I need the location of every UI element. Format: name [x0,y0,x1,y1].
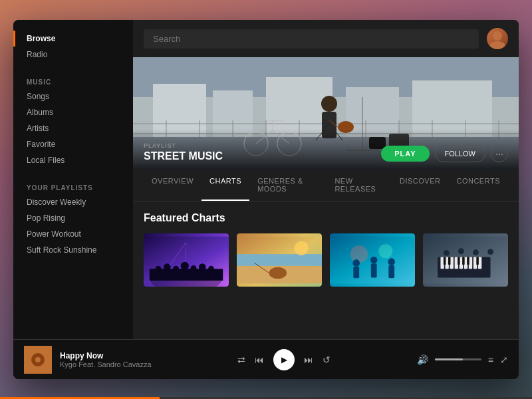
player-info: Happy Now Kygo Feat. Sandro Cavazza [60,351,152,368]
sidebar-item-albums[interactable]: Albums [13,104,133,120]
follow-button[interactable]: FOLLOW [435,145,485,162]
chart-image-3 [330,233,415,287]
main-content: PLAYLIST STREET MUSIC PLAY FOLLOW ··· OV… [133,20,519,339]
sidebar-music-label: MUSIC [13,73,133,88]
header [133,20,519,57]
tab-charts[interactable]: CHARTS [201,170,249,201]
svg-rect-66 [388,265,394,278]
svg-rect-64 [371,263,377,277]
search-input[interactable] [144,29,479,49]
svg-point-48 [181,262,189,270]
chart-card-1[interactable] [144,233,229,287]
svg-rect-79 [448,257,451,265]
prev-button[interactable]: ⏮ [255,354,264,365]
svg-point-47 [173,266,179,272]
svg-point-59 [350,245,368,263]
chart-image-2 [237,233,322,287]
volume-bar[interactable] [435,358,481,360]
sidebar-playlists-section: YOUR PLAYLISTS Discover Weekly Pop Risin… [13,179,133,258]
sidebar-item-discover-weekly[interactable]: Discover Weekly [13,194,133,210]
svg-rect-62 [353,267,359,279]
hero-section: PLAYLIST STREET MUSIC PLAY FOLLOW ··· [133,57,519,170]
svg-point-60 [378,244,392,258]
expand-button[interactable]: ⤢ [500,354,508,365]
sidebar-main-section: Browse Radio [13,31,133,63]
svg-point-65 [388,258,395,265]
player: Happy Now Kygo Feat. Sandro Cavazza ⇄ ⏮ … [13,339,519,379]
sidebar-item-local-files[interactable]: Local Files [13,152,133,168]
next-button[interactable]: ⏭ [304,354,313,365]
svg-point-50 [199,263,206,271]
svg-point-90 [35,357,41,362]
svg-rect-54 [237,254,322,266]
chart-card-3[interactable] [330,233,415,287]
player-artist-name: Kygo Feat. Sandro Cavazza [60,360,152,368]
svg-point-0 [493,31,502,41]
chart-card-4[interactable] [423,233,508,287]
sidebar-music-section: MUSIC Songs Albums Artists Favorite Loca… [13,73,133,168]
svg-point-86 [473,249,479,255]
chart-image-4 [423,233,508,287]
content-area: Featured Charts [133,201,519,339]
app-window: Browse Radio MUSIC Songs Albums Artists [13,20,519,379]
tab-overview[interactable]: OVERVIEW [144,170,201,201]
nav-tabs: OVERVIEW CHARTS GENERES & MOODS NEW RELE… [133,170,519,201]
queue-button[interactable]: ≡ [488,354,493,365]
more-button[interactable]: ··· [491,145,508,162]
sidebar-item-favorite[interactable]: Favorite [13,136,133,152]
sidebar-item-radio[interactable]: Radio [13,47,133,63]
tab-new-releases[interactable]: NEW RELEASES [327,170,392,201]
svg-point-84 [444,250,450,256]
svg-rect-80 [458,257,460,265]
play-pause-button[interactable]: ▶ [273,349,295,370]
svg-rect-81 [462,257,465,265]
svg-rect-82 [467,257,469,265]
player-album-art [24,346,52,374]
featured-charts-title: Featured Charts [144,212,508,224]
volume-icon: 🔊 [417,354,428,365]
svg-rect-78 [444,257,446,265]
svg-point-49 [191,265,197,271]
repeat-button[interactable]: ↺ [323,354,331,365]
svg-point-63 [370,257,378,264]
chart-image-1 [144,233,229,287]
player-song-title: Happy Now [60,351,152,360]
sidebar-item-soft-rock[interactable]: Suft Rock Sunshine [13,242,133,258]
sidebar: Browse Radio MUSIC Songs Albums Artists [13,20,133,339]
svg-point-55 [295,241,309,255]
sidebar-item-power-workout[interactable]: Power Workout [13,226,133,242]
sidebar-playlists-label: YOUR PLAYLISTS [13,179,133,194]
player-controls: ⇄ ⏮ ▶ ⏭ ↺ [160,349,409,370]
play-button[interactable]: PLAY [381,146,429,162]
svg-point-85 [458,248,464,254]
svg-point-1 [489,41,505,49]
tab-generes[interactable]: GENERES & MOODS [249,170,327,201]
app-body: Browse Radio MUSIC Songs Albums Artists [13,20,519,339]
svg-point-61 [352,259,360,267]
charts-grid [144,233,508,287]
svg-point-51 [208,266,214,272]
sidebar-item-browse[interactable]: Browse [13,31,133,47]
volume-fill [435,358,463,360]
sidebar-item-artists[interactable]: Artists [13,120,133,136]
sidebar-item-pop-rising[interactable]: Pop Rising [13,210,133,226]
chart-card-2[interactable] [237,233,322,287]
avatar[interactable] [487,28,508,49]
svg-point-56 [269,267,287,279]
player-extra-controls: ≡ ⤢ [488,354,508,365]
svg-point-29 [321,96,337,112]
tab-concerts[interactable]: CONCERTS [448,170,508,201]
svg-point-46 [164,263,171,271]
tab-discover[interactable]: DISCOVER [392,170,448,201]
sidebar-item-songs[interactable]: Songs [13,88,133,104]
svg-point-45 [156,266,162,272]
hero-actions: PLAY FOLLOW ··· [381,145,508,162]
svg-point-87 [487,249,493,255]
shuffle-button[interactable]: ⇄ [237,354,245,365]
svg-rect-83 [476,257,479,265]
player-right: 🔊 ≡ ⤢ [417,354,508,365]
